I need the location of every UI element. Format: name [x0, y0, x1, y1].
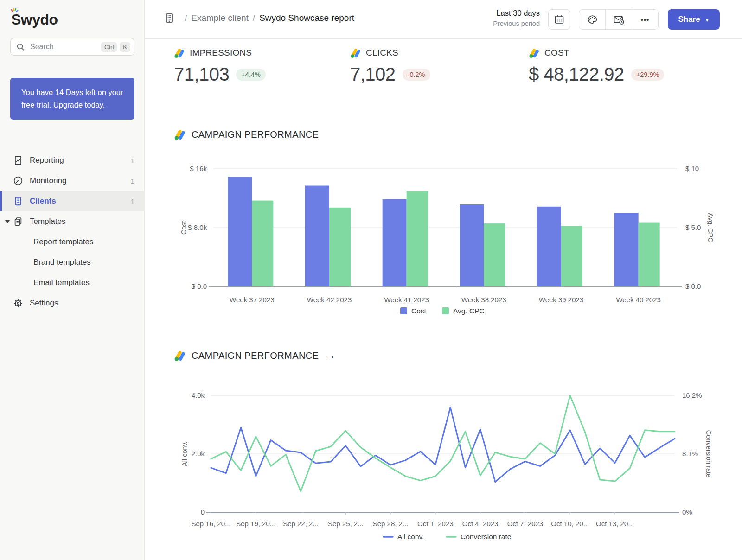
sidebar-item-label: Monitoring: [30, 176, 66, 185]
svg-text:Oct 4, 2023: Oct 4, 2023: [462, 520, 499, 528]
sidebar-item-count: 1: [131, 177, 134, 185]
trial-period: .: [103, 101, 105, 109]
calendar-button[interactable]: [548, 9, 570, 30]
sidebar-item-reporting[interactable]: Reporting 1: [0, 150, 145, 171]
google-ads-icon: [174, 129, 186, 140]
share-button[interactable]: Share ▼: [668, 9, 720, 30]
breadcrumb-client[interactable]: Example client: [191, 13, 249, 23]
sidebar-item-label: Reporting: [30, 156, 64, 165]
sidebar-item-brand-templates[interactable]: Brand templates: [0, 252, 145, 273]
kbd-ctrl: Ctrl: [101, 42, 117, 52]
trial-banner: You have 14 Days left on your free trial…: [10, 78, 134, 120]
svg-text:$ 5.0: $ 5.0: [685, 223, 701, 231]
search-input[interactable]: [29, 42, 98, 51]
svg-text:Cost: Cost: [180, 221, 187, 235]
header: / Example client / Swydo Showcase report…: [145, 0, 742, 39]
breadcrumb-separator: /: [253, 13, 255, 23]
subnav-label: Email templates: [33, 278, 90, 287]
google-ads-icon: [350, 48, 361, 58]
svg-text:Week 40 2023: Week 40 2023: [616, 296, 660, 304]
subnav-label: Report templates: [33, 237, 93, 247]
reporting-icon: [13, 155, 23, 165]
sidebar-item-email-templates[interactable]: Email templates: [0, 273, 145, 293]
breadcrumb: / Example client / Swydo Showcase report: [164, 13, 354, 24]
gauge-icon: [13, 176, 23, 186]
svg-text:0: 0: [201, 508, 205, 516]
sidebar-item-clients[interactable]: Clients 1: [0, 191, 145, 211]
date-range-selector[interactable]: Last 30 days Previous period: [493, 8, 540, 29]
svg-text:$ 0.0: $ 0.0: [685, 282, 701, 290]
share-caret-icon: ▼: [705, 18, 710, 23]
svg-text:$ 16k: $ 16k: [190, 165, 207, 172]
subnav-label: Brand templates: [33, 258, 91, 267]
svg-text:0%: 0%: [682, 508, 692, 516]
svg-text:Week 41 2023: Week 41 2023: [384, 296, 429, 304]
report-actions-group: •••: [579, 9, 659, 30]
svg-text:$ 8.0k: $ 8.0k: [188, 223, 207, 231]
date-range-secondary: Previous period: [493, 19, 540, 29]
kpi-label: COST: [544, 48, 569, 58]
client-building-icon[interactable]: [164, 13, 175, 24]
swydo-logo[interactable]: Swydo: [11, 7, 58, 28]
sidebar-item-monitoring[interactable]: Monitoring 1: [0, 171, 145, 191]
svg-text:Week 39 2023: Week 39 2023: [539, 296, 583, 304]
svg-text:Oct 10, 20...: Oct 10, 20...: [551, 520, 589, 528]
campaign-performance-line-chart: 4.0k2.0k016.2%8.1%0%All conv.Conversion …: [174, 369, 716, 550]
upgrade-link[interactable]: Upgrade today: [53, 101, 103, 109]
svg-text:Avg. CPC: Avg. CPC: [453, 307, 485, 315]
svg-text:Oct 7, 2023: Oct 7, 2023: [507, 520, 544, 528]
schedule-email-button[interactable]: [605, 10, 632, 29]
line-chart-title[interactable]: CAMPAIGN PERFORMANCE →: [174, 350, 336, 361]
svg-text:8.1%: 8.1%: [682, 450, 698, 458]
calendar-icon: [554, 14, 565, 25]
svg-text:Sep 16, 20...: Sep 16, 20...: [191, 520, 230, 528]
more-options-button[interactable]: •••: [632, 10, 658, 29]
kpi-delta-badge: +4.4%: [236, 69, 266, 81]
svg-text:Oct 13, 20...: Oct 13, 20...: [596, 520, 634, 528]
logo-text: Swydo: [11, 11, 58, 28]
share-label: Share: [678, 15, 700, 24]
gear-icon: [13, 298, 23, 308]
svg-text:Cost: Cost: [411, 307, 427, 315]
svg-text:All conv.: All conv.: [181, 441, 188, 466]
campaign-performance-bar-chart: $ 16k$ 8.0k$ 0.0$ 10$ 5.0$ 0.0CostAvg. C…: [174, 154, 716, 321]
search-box: Ctrl K: [10, 38, 134, 56]
sidebar-item-report-templates[interactable]: Report templates: [0, 232, 145, 252]
sidebar-item-settings[interactable]: Settings: [0, 293, 145, 313]
google-ads-icon: [529, 48, 539, 58]
svg-text:All conv.: All conv.: [397, 533, 424, 541]
kpi-value: 7,102: [350, 64, 396, 85]
svg-text:2.0k: 2.0k: [192, 450, 205, 458]
chevron-down-icon: [5, 220, 10, 223]
sidebar-item-templates[interactable]: Templates: [0, 211, 145, 232]
email-schedule-icon: [613, 14, 625, 25]
kpi-cost: COST $ 48,122.92 +29.9%: [529, 48, 664, 85]
sidebar: Swydo Ctrl K You have 14 Days left on yo…: [0, 0, 145, 560]
svg-text:Avg. CPC: Avg. CPC: [707, 213, 714, 242]
svg-text:Oct 1, 2023: Oct 1, 2023: [417, 520, 454, 528]
kpi-delta-badge: +29.9%: [631, 69, 665, 81]
svg-text:Sep 22, 2...: Sep 22, 2...: [283, 520, 319, 528]
kpi-value: 71,103: [174, 64, 229, 85]
sidebar-item-label: Templates: [30, 217, 65, 226]
svg-text:Sep 28, 2...: Sep 28, 2...: [373, 520, 409, 528]
google-ads-icon: [174, 350, 186, 361]
kpi-label: CLICKS: [366, 48, 398, 58]
svg-text:Conversion rate: Conversion rate: [461, 533, 511, 541]
kpi-delta-badge: -0.2%: [403, 69, 430, 81]
svg-text:Sep 25, 2...: Sep 25, 2...: [328, 520, 364, 528]
sidebar-item-count: 1: [131, 157, 134, 165]
kbd-k: K: [120, 42, 130, 52]
bar-chart-title: CAMPAIGN PERFORMANCE: [174, 129, 319, 140]
sidebar-nav: Reporting 1 Monitoring 1 Clients 1: [0, 150, 145, 313]
svg-text:Week 37 2023: Week 37 2023: [230, 296, 274, 304]
active-indicator: [0, 191, 2, 211]
theme-button[interactable]: [579, 10, 605, 29]
kpi-label: IMPRESSIONS: [190, 48, 252, 58]
breadcrumb-separator: /: [185, 13, 187, 23]
kpi-clicks: CLICKS 7,102 -0.2%: [350, 48, 430, 85]
svg-text:Week 38 2023: Week 38 2023: [461, 296, 506, 304]
search-icon: [16, 43, 25, 51]
svg-text:16.2%: 16.2%: [682, 391, 702, 399]
ellipsis-icon: •••: [641, 16, 650, 24]
